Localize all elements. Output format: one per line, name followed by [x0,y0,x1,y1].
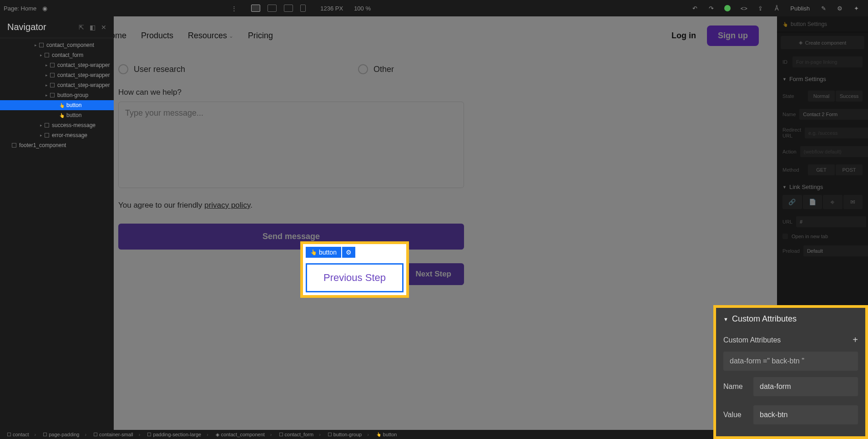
state-normal[interactable]: Normal [808,91,835,102]
close-icon[interactable]: ✕ [101,24,106,31]
url-input[interactable] [796,216,866,227]
redo-icon[interactable]: ↷ [707,4,716,13]
method-post[interactable]: POST [836,164,863,175]
mobile-icon[interactable] [300,5,306,12]
tablet-icon[interactable] [267,5,277,12]
privacy-link[interactable]: privacy policy [204,201,250,209]
selection-gear-icon[interactable]: ⚙ [342,247,355,258]
section-title: Form Settings [789,76,826,82]
form-name-label: Name [782,112,796,117]
nav-item-success-message[interactable]: ▸success-message [0,120,114,130]
link-email-icon[interactable]: ✉ [843,195,863,209]
selection-label[interactable]: 👆button [306,247,341,258]
radio-icon [118,64,128,74]
radio-label: User research [134,65,185,74]
settings-header: 👆 button Settings [777,16,868,32]
nav-products[interactable]: Products [141,31,173,41]
checkbox-icon [782,234,788,239]
previous-step-button[interactable]: Previous Step [306,263,404,292]
effects-icon[interactable]: ✦ [852,4,861,13]
nav-item-contact-form[interactable]: ▸contact_form [0,50,114,60]
settings-header-text: button Settings [791,21,827,27]
undo-icon[interactable]: ↶ [690,4,699,13]
link-url-icon[interactable]: 🔗 [782,195,802,209]
navigator-title: Navigator [7,22,46,32]
status-ok-icon[interactable] [723,4,732,13]
preload-label: Preload [782,248,800,254]
signup-button[interactable]: Sign up [707,26,759,46]
attr-name-input[interactable] [753,377,858,396]
send-message-button[interactable]: Send message [118,224,464,250]
viewport-width[interactable]: 1236 PX [320,5,343,12]
link-settings-section[interactable]: ▼Link Settings [777,179,868,195]
page-label[interactable]: Page: Home [4,5,36,12]
create-component-label: Create component [805,40,847,46]
crumb-container-small[interactable]: container-small [90,432,144,437]
export-icon[interactable]: ⇪ [756,4,765,13]
help-label: How can we help? [118,88,772,97]
link-section-icon[interactable]: ⎆ [823,195,843,209]
custom-attrs-header[interactable]: ▼ Custom Attributes [716,308,865,330]
nav-item-contact-component[interactable]: ▸contact_component [0,40,114,50]
nav-item-contact-step-wrapper[interactable]: ▸contact_step-wrapper [0,80,114,90]
add-attribute-icon[interactable]: + [853,335,858,345]
open-new-tab-check[interactable]: Open in new tab [777,231,868,242]
nav-item-contact-step-wrapper[interactable]: ▸contact_step-wrapper [0,60,114,70]
login-link[interactable]: Log in [671,31,696,41]
radio-user-research[interactable]: User research [118,64,185,74]
navigator-panel: Navigator ⇱ ◧ ✕ ▸contact_component▸conta… [0,16,114,430]
gear-icon[interactable]: ⚙ [835,4,844,13]
crumb-contact-form[interactable]: contact_form [276,432,324,437]
component-icon: ◈ [799,40,802,46]
device-group [251,5,306,12]
crumb-contact-component[interactable]: ◈contact_component [212,432,276,438]
nav-resources[interactable]: Resources [188,31,227,41]
link-page-icon[interactable]: 📄 [803,195,823,209]
nav-item-footer1-component[interactable]: footer1_component [0,140,114,150]
state-success[interactable]: Success [836,91,863,102]
audit-icon[interactable]: Å [772,4,781,13]
nav-item-button[interactable]: 👆button [0,100,114,110]
nav-pricing[interactable]: Pricing [248,31,273,41]
landscape-mobile-icon[interactable] [284,5,293,12]
crumb-button-group[interactable]: button-group [324,432,373,437]
form-name-input[interactable] [799,109,868,120]
zoom-level[interactable]: 100 % [354,5,371,12]
id-input[interactable] [792,56,863,67]
code-icon[interactable]: <> [739,4,748,13]
preload-select[interactable] [803,245,868,256]
publish-button[interactable]: Publish [790,5,810,12]
crumb-page-padding[interactable]: page-padding [40,432,90,437]
custom-attrs-title: Custom Attributes [732,314,797,324]
brush-icon[interactable]: ✎ [819,4,828,13]
collapse-icon[interactable]: ⇱ [79,24,84,31]
menu-icon[interactable]: ⋮ [229,4,238,13]
redirect-input[interactable] [805,128,868,138]
nav-item-button-group[interactable]: ▸button-group [0,90,114,100]
next-step-button[interactable]: Next Step [403,263,464,285]
policy-text: You agree to our friendly [118,201,204,209]
existing-attribute[interactable]: data-form =" back-btn " [723,352,858,371]
radio-icon [358,64,368,74]
contact-form: User research Other How can we help? You… [114,55,777,294]
crumb-contact[interactable]: contact [4,432,40,437]
method-label: Method [782,167,804,173]
create-component-button[interactable]: ◈ Create component [781,36,864,49]
crumb-padding-section-large[interactable]: padding-section-large [144,432,212,437]
nav-item-contact-step-wrapper[interactable]: ▸contact_step-wrapper [0,70,114,80]
desktop-icon[interactable] [251,5,260,12]
message-textarea[interactable] [118,102,464,188]
radio-other[interactable]: Other [358,64,394,74]
form-settings-section[interactable]: ▼Form Settings [777,71,868,87]
attr-value-input[interactable] [753,405,858,424]
method-get[interactable]: GET [808,164,835,175]
site-header: Home Products Resources⌄ Pricing Log in … [114,16,777,55]
nav-item-button[interactable]: 👆button [0,110,114,120]
privacy-notice: You agree to our friendly privacy policy… [118,201,772,210]
nav-item-error-message[interactable]: ▸error-message [0,130,114,140]
preview-icon[interactable]: ◉ [40,4,49,13]
action-input[interactable] [800,146,868,157]
dock-icon[interactable]: ◧ [90,24,96,31]
crumb-button[interactable]: 👆button [373,432,406,437]
method-segment: GET POST [808,164,863,175]
